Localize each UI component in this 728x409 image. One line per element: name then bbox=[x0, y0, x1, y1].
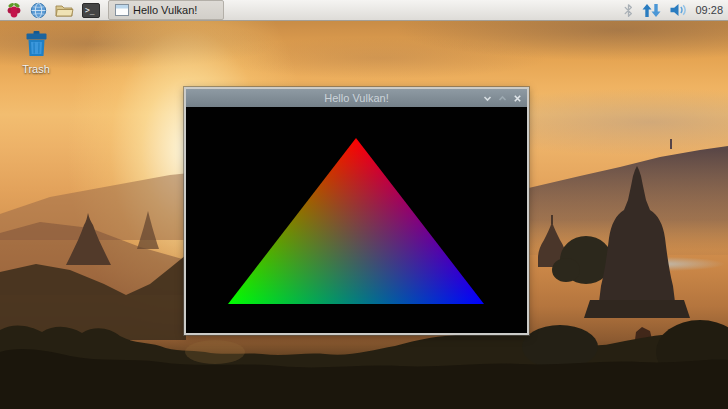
close-icon bbox=[513, 94, 522, 103]
folder-icon bbox=[55, 3, 74, 18]
network-up-down-arrows-icon bbox=[641, 3, 662, 18]
taskbar: >_ Hello Vulkan! bbox=[0, 0, 728, 21]
applications-menu-button[interactable] bbox=[3, 1, 25, 19]
network-tray-button[interactable] bbox=[641, 3, 662, 18]
chevron-down-icon bbox=[483, 94, 492, 103]
taskbar-window-button-label: Hello Vulkan! bbox=[133, 4, 197, 16]
maximize-button[interactable] bbox=[497, 93, 507, 103]
trash-shortcut[interactable]: Trash bbox=[13, 30, 59, 75]
chevron-up-icon bbox=[498, 94, 507, 103]
taskbar-window-button[interactable]: Hello Vulkan! bbox=[108, 0, 224, 20]
volume-tray-button[interactable] bbox=[669, 3, 688, 17]
volume-speaker-icon bbox=[669, 3, 688, 17]
system-tray: 09:28 bbox=[623, 3, 725, 18]
window-controls bbox=[482, 89, 522, 107]
desktop-screen: Trash Hello Vulkan! bbox=[0, 0, 728, 409]
trash-can-icon bbox=[23, 30, 50, 58]
launcher-web-browser[interactable] bbox=[27, 1, 50, 19]
clock[interactable]: 09:28 bbox=[695, 4, 723, 16]
bluetooth-icon bbox=[623, 3, 634, 18]
terminal-icon: >_ bbox=[82, 3, 100, 18]
hello-vulkan-window: Hello Vulkan! bbox=[184, 87, 529, 335]
launcher-terminal[interactable]: >_ bbox=[79, 1, 103, 19]
raspberry-pi-menu-icon bbox=[6, 2, 22, 19]
bluetooth-tray-button[interactable] bbox=[623, 3, 634, 18]
rgb-triangle bbox=[186, 107, 527, 333]
minimize-button[interactable] bbox=[482, 93, 492, 103]
window-icon bbox=[115, 4, 129, 16]
close-button[interactable] bbox=[512, 93, 522, 103]
window-title: Hello Vulkan! bbox=[186, 92, 527, 104]
globe-browser-icon bbox=[30, 2, 47, 19]
window-titlebar[interactable]: Hello Vulkan! bbox=[186, 89, 527, 107]
trash-label: Trash bbox=[13, 63, 59, 75]
vulkan-render-canvas bbox=[186, 107, 527, 333]
launcher-file-manager[interactable] bbox=[52, 1, 77, 19]
